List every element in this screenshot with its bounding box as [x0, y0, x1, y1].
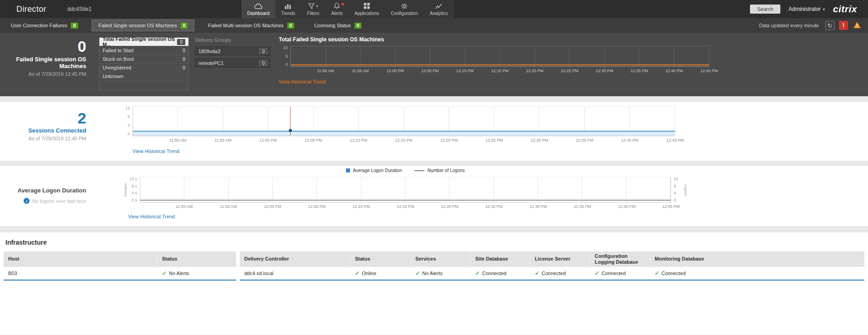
x-axis-labels: 11:50 AM11:55 AM12:00 PM12:05 PM12:10 PM…: [162, 204, 693, 209]
critical-alert-button[interactable]: !: [839, 21, 848, 30]
nav-label: Dashboard: [247, 11, 270, 16]
failed-machines-count: 0: [0, 38, 86, 54]
logon-summary: Average Logon Duration i No logons over …: [0, 166, 93, 226]
host-table-header: Host Status: [4, 251, 236, 267]
column-header-config-logging-database: Configuration Logging Database: [590, 251, 650, 267]
status-text: No Alerts: [169, 271, 189, 276]
column-header-site-database: Site Database: [471, 251, 530, 267]
category-label: Failed to Start: [103, 48, 133, 53]
warning-alert-button[interactable]: [853, 21, 862, 30]
check-icon: ✓: [415, 270, 420, 276]
failure-category-list: Total Failed Single session OS M... 0 Fa…: [99, 37, 189, 91]
sessions-connected-panel: 2 Sessions Connected As of 7/29/2019 12:…: [0, 102, 868, 161]
category-count: 0: [182, 65, 185, 70]
tab-label: Licensing Status: [314, 23, 351, 28]
section-divider: [0, 96, 868, 102]
view-historical-trend-link[interactable]: View Historical Trend: [279, 79, 326, 84]
category-unknown[interactable]: Unknown: [99, 72, 188, 81]
nav-item-configuration[interactable]: Configuration: [385, 0, 424, 18]
trends-bars-icon: [285, 3, 291, 10]
services-cell: ✓ No Alerts: [411, 267, 471, 280]
category-stuck-on-boot[interactable]: Stuck on Boot 0: [99, 55, 188, 64]
nav-label: Filters: [307, 11, 319, 16]
nav-item-dashboard[interactable]: Dashboard: [242, 0, 276, 18]
check-icon: ✓: [535, 270, 539, 276]
filter-funnel-icon: ▾: [308, 3, 318, 10]
chart-title: Total Failed Single session OS Machines: [279, 36, 709, 43]
view-historical-trend-link[interactable]: View Historical Trend: [133, 148, 179, 154]
status-text: No Alerts: [422, 271, 443, 276]
legend-label: Number of Logons: [427, 168, 464, 173]
section-divider: [0, 161, 868, 166]
delivery-group-1809vda3[interactable]: 1809vda3 0: [195, 46, 271, 56]
tab-failed-single-session-os-machines[interactable]: Failed Single session OS Machines 0: [92, 20, 195, 31]
category-label: Unknown: [103, 74, 123, 79]
status-text: Connected: [482, 271, 506, 276]
y-axis-title-logons: Logons: [683, 177, 688, 202]
search-button[interactable]: Search: [750, 5, 780, 14]
sessions-title: Sessions Connected: [0, 127, 86, 134]
tab-failed-multi-session-os-machines[interactable]: Failed Multi-session OS Machines 0: [202, 18, 301, 33]
category-label: Unregistered: [103, 65, 131, 70]
logon-chart: Average Logon Duration Number of Logons …: [123, 168, 688, 226]
category-unregistered[interactable]: Unregistered 0: [99, 64, 188, 72]
column-header-delivery-controller: Delivery Controller: [240, 251, 350, 267]
table-row[interactable]: B03 ✓ No Alerts: [4, 267, 236, 281]
nav-item-filters[interactable]: ▾ Filters: [301, 0, 325, 18]
nav-item-analytics[interactable]: Analytics: [424, 0, 454, 18]
site-name: ddc4Site1: [67, 6, 91, 12]
tab-label: User Connection Failures: [11, 23, 67, 28]
topnav-right: Search Administrator ▾ citrix: [750, 4, 857, 15]
nav-item-applications[interactable]: Applications: [349, 0, 385, 18]
tab-licensing-status[interactable]: Licensing Status 0: [308, 18, 368, 33]
main-nav: Dashboard Trends ▾ Filters A: [242, 0, 454, 18]
check-icon: ✓: [655, 270, 659, 276]
tabs: User Connection Failures 0 Failed Single…: [5, 18, 368, 33]
category-total-failed[interactable]: Total Failed Single session OS M... 0: [99, 38, 188, 46]
tab-user-connection-failures[interactable]: User Connection Failures 0: [5, 18, 84, 33]
monitoring-database-cell: ✓ Connected: [650, 267, 864, 280]
table-row[interactable]: ddc4.xd.local ✓ Online ✓ No Alerts ✓ Con…: [240, 267, 864, 281]
chevron-down-icon: ▾: [823, 7, 825, 11]
nav-item-trends[interactable]: Trends: [276, 0, 301, 18]
alert-indicator-dot: [341, 3, 344, 5]
data-updated-label: Data updated every minute: [759, 23, 819, 28]
nav-item-alerts[interactable]: Alerts: [326, 0, 349, 18]
delivery-group-remotepc1[interactable]: remotePC1 0: [195, 58, 271, 68]
y-axis-title-duration: Duration: [123, 177, 128, 202]
chart-legend: Average Logon Duration Number of Logons: [123, 168, 688, 173]
category-count: 0: [182, 48, 185, 53]
citrix-logo: citrix: [833, 4, 857, 15]
delivery-groups-column: Delivery Groups 1809vda3 0 remotePC1 0: [195, 37, 271, 96]
dashboard-tab-bar: User Connection Failures 0 Failed Single…: [0, 18, 868, 33]
legend-line-gray: [414, 170, 424, 171]
refresh-button[interactable]: ↻: [825, 21, 834, 30]
bell-icon: [334, 3, 340, 10]
tab-count-badge: 0: [355, 23, 362, 29]
user-menu[interactable]: Administrator ▾: [789, 6, 825, 12]
sessions-chart: 12840 11:50 AM11:55 AM12:00 PM12:05 PM12…: [123, 106, 675, 161]
view-historical-trend-link[interactable]: View Historical Trend: [128, 214, 175, 219]
check-icon: ✓: [595, 270, 599, 276]
nav-label: Applications: [355, 11, 379, 16]
column-header-monitoring-database: Monitoring Database: [650, 251, 864, 267]
legend-item-logons: Number of Logons: [414, 168, 464, 173]
delivery-group-count: 0: [259, 48, 267, 54]
tab-count-badge: 0: [181, 23, 188, 29]
info-icon: i: [24, 198, 30, 204]
chevron-down-icon: ▾: [316, 4, 318, 8]
tab-count-badge: 0: [287, 23, 295, 29]
controller-status-cell: ✓ Online: [350, 267, 411, 280]
category-failed-to-start[interactable]: Failed to Start 0: [99, 46, 188, 55]
delivery-group-name: 1809vda3: [198, 49, 220, 54]
host-table: Host Status B03 ✓ No Alerts: [4, 251, 236, 281]
infrastructure-title: Infrastructure: [4, 232, 864, 251]
column-header-host: Host: [4, 251, 158, 267]
category-label: Stuck on Boot: [103, 56, 134, 62]
nav-label: Trends: [281, 11, 296, 16]
status-text: Connected: [602, 271, 626, 276]
failed-machines-title: Failed Single session OS Machines: [0, 56, 86, 69]
category-count: 0: [182, 56, 185, 62]
delivery-group-count: 0: [259, 60, 267, 66]
tab-count-badge: 0: [71, 23, 78, 29]
